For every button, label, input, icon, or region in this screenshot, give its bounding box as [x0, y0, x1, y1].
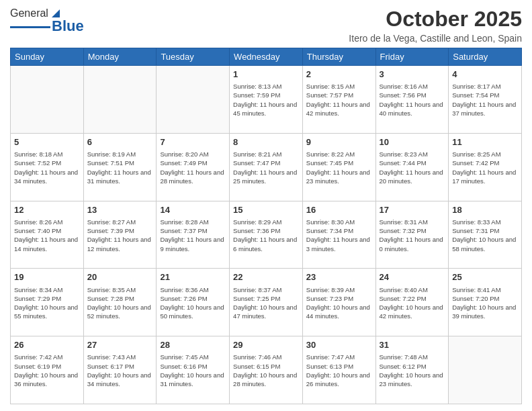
day-cell: 12Sunrise: 8:26 AMSunset: 7:40 PMDayligh… — [11, 201, 84, 269]
day-number: 7 — [160, 136, 226, 148]
day-number: 16 — [306, 204, 372, 216]
day-cell: 18Sunrise: 8:33 AMSunset: 7:31 PMDayligh… — [449, 201, 522, 269]
day-header-friday: Friday — [375, 48, 449, 66]
day-cell: 7Sunrise: 8:20 AMSunset: 7:49 PMDaylight… — [157, 133, 230, 201]
day-cell: 29Sunrise: 7:46 AMSunset: 6:15 PMDayligh… — [230, 336, 303, 404]
day-info: Sunrise: 8:39 AMSunset: 7:23 PMDaylight:… — [306, 285, 372, 321]
day-info: Sunrise: 8:23 AMSunset: 7:44 PMDaylight:… — [380, 150, 445, 185]
day-number: 27 — [87, 339, 153, 351]
day-info: Sunrise: 8:30 AMSunset: 7:34 PMDaylight:… — [306, 218, 372, 253]
day-info: Sunrise: 8:29 AMSunset: 7:36 PMDaylight:… — [233, 218, 299, 253]
day-info: Sunrise: 7:46 AMSunset: 6:15 PMDaylight:… — [233, 353, 299, 388]
day-header-sunday: Sunday — [11, 48, 84, 66]
week-row-3: 19Sunrise: 8:34 AMSunset: 7:29 PMDayligh… — [11, 269, 522, 336]
day-number: 4 — [452, 68, 518, 81]
day-info: Sunrise: 8:33 AMSunset: 7:31 PMDaylight:… — [452, 218, 518, 253]
day-cell: 13Sunrise: 8:27 AMSunset: 7:39 PMDayligh… — [83, 201, 157, 269]
day-number: 13 — [87, 204, 153, 216]
day-info: Sunrise: 8:28 AMSunset: 7:37 PMDaylight:… — [160, 218, 226, 253]
logo: General Blue — [10, 7, 84, 35]
day-cell: 27Sunrise: 7:43 AMSunset: 6:17 PMDayligh… — [83, 336, 157, 404]
day-number: 11 — [452, 136, 518, 148]
day-number: 28 — [160, 339, 226, 351]
day-cell: 30Sunrise: 7:47 AMSunset: 6:13 PMDayligh… — [302, 336, 375, 404]
day-number: 6 — [87, 136, 153, 148]
day-cell: 10Sunrise: 8:23 AMSunset: 7:44 PMDayligh… — [375, 133, 449, 201]
day-header-thursday: Thursday — [302, 48, 375, 66]
logo-blue-text: Blue — [52, 17, 84, 35]
day-info: Sunrise: 8:27 AMSunset: 7:39 PMDaylight:… — [87, 218, 153, 253]
day-number: 15 — [233, 204, 299, 216]
day-cell: 20Sunrise: 8:35 AMSunset: 7:28 PMDayligh… — [83, 269, 157, 336]
day-cell: 6Sunrise: 8:19 AMSunset: 7:51 PMDaylight… — [83, 133, 157, 201]
day-cell: 26Sunrise: 7:42 AMSunset: 6:19 PMDayligh… — [11, 336, 84, 404]
day-info: Sunrise: 8:25 AMSunset: 7:42 PMDaylight:… — [452, 150, 518, 185]
day-info: Sunrise: 8:13 AMSunset: 7:59 PMDaylight:… — [233, 82, 299, 118]
day-cell: 2Sunrise: 8:15 AMSunset: 7:57 PMDaylight… — [302, 66, 375, 134]
day-info: Sunrise: 7:43 AMSunset: 6:17 PMDaylight:… — [87, 353, 153, 388]
day-cell: 31Sunrise: 7:48 AMSunset: 6:12 PMDayligh… — [375, 336, 449, 404]
day-cell: 21Sunrise: 8:36 AMSunset: 7:26 PMDayligh… — [157, 269, 230, 336]
day-number: 31 — [380, 339, 445, 351]
day-info: Sunrise: 8:36 AMSunset: 7:26 PMDaylight:… — [160, 285, 226, 321]
day-number: 25 — [452, 271, 518, 283]
day-cell: 8Sunrise: 8:21 AMSunset: 7:47 PMDaylight… — [230, 133, 303, 201]
day-cell: 23Sunrise: 8:39 AMSunset: 7:23 PMDayligh… — [302, 269, 375, 336]
day-cell: 9Sunrise: 8:22 AMSunset: 7:45 PMDaylight… — [302, 133, 375, 201]
day-cell: 22Sunrise: 8:37 AMSunset: 7:25 PMDayligh… — [230, 269, 303, 336]
day-number: 24 — [380, 271, 445, 283]
day-number: 8 — [233, 136, 299, 148]
day-cell: 4Sunrise: 8:17 AMSunset: 7:54 PMDaylight… — [449, 66, 522, 134]
week-row-2: 12Sunrise: 8:26 AMSunset: 7:40 PMDayligh… — [11, 201, 522, 269]
location-title: Itero de la Vega, Castille and Leon, Spa… — [349, 33, 522, 44]
day-number: 19 — [14, 271, 80, 283]
day-number: 12 — [14, 204, 80, 216]
day-cell: 15Sunrise: 8:29 AMSunset: 7:36 PMDayligh… — [230, 201, 303, 269]
day-info: Sunrise: 8:40 AMSunset: 7:22 PMDaylight:… — [380, 285, 445, 321]
day-info: Sunrise: 7:42 AMSunset: 6:19 PMDaylight:… — [14, 353, 80, 388]
page: General Blue October 2025 Itero de la Ve… — [0, 0, 532, 411]
title-block: October 2025 Itero de la Vega, Castille … — [349, 7, 522, 44]
day-number: 3 — [380, 68, 445, 81]
day-number: 14 — [160, 204, 226, 216]
day-info: Sunrise: 8:35 AMSunset: 7:28 PMDaylight:… — [87, 285, 153, 321]
day-cell: 1Sunrise: 8:13 AMSunset: 7:59 PMDaylight… — [230, 66, 303, 134]
day-info: Sunrise: 8:21 AMSunset: 7:47 PMDaylight:… — [233, 150, 299, 185]
day-header-saturday: Saturday — [449, 48, 522, 66]
day-info: Sunrise: 8:16 AMSunset: 7:56 PMDaylight:… — [380, 82, 445, 118]
day-cell — [449, 336, 522, 404]
day-info: Sunrise: 7:48 AMSunset: 6:12 PMDaylight:… — [380, 353, 445, 388]
day-info: Sunrise: 8:41 AMSunset: 7:20 PMDaylight:… — [452, 285, 518, 321]
day-number: 23 — [306, 271, 372, 283]
day-info: Sunrise: 8:37 AMSunset: 7:25 PMDaylight:… — [233, 285, 299, 321]
day-cell — [83, 66, 157, 134]
week-row-4: 26Sunrise: 7:42 AMSunset: 6:19 PMDayligh… — [11, 336, 522, 404]
day-info: Sunrise: 8:17 AMSunset: 7:54 PMDaylight:… — [452, 82, 518, 118]
day-info: Sunrise: 7:47 AMSunset: 6:13 PMDaylight:… — [306, 353, 372, 388]
day-info: Sunrise: 8:22 AMSunset: 7:45 PMDaylight:… — [306, 150, 372, 185]
day-cell: 25Sunrise: 8:41 AMSunset: 7:20 PMDayligh… — [449, 269, 522, 336]
day-cell: 24Sunrise: 8:40 AMSunset: 7:22 PMDayligh… — [375, 269, 449, 336]
day-cell — [11, 66, 84, 134]
day-number: 10 — [380, 136, 445, 148]
logo-underline — [10, 26, 50, 28]
day-cell: 19Sunrise: 8:34 AMSunset: 7:29 PMDayligh… — [11, 269, 84, 336]
svg-marker-0 — [52, 9, 60, 17]
day-info: Sunrise: 7:45 AMSunset: 6:16 PMDaylight:… — [160, 353, 226, 388]
day-header-tuesday: Tuesday — [157, 48, 230, 66]
header-row: SundayMondayTuesdayWednesdayThursdayFrid… — [11, 48, 522, 66]
day-number: 26 — [14, 339, 80, 351]
day-number: 22 — [233, 271, 299, 283]
month-title: October 2025 — [349, 7, 522, 32]
day-number: 30 — [306, 339, 372, 351]
day-cell — [157, 66, 230, 134]
day-header-monday: Monday — [83, 48, 157, 66]
week-row-0: 1Sunrise: 8:13 AMSunset: 7:59 PMDaylight… — [11, 66, 522, 134]
day-info: Sunrise: 8:26 AMSunset: 7:40 PMDaylight:… — [14, 218, 80, 253]
day-cell: 3Sunrise: 8:16 AMSunset: 7:56 PMDaylight… — [375, 66, 449, 134]
day-info: Sunrise: 8:34 AMSunset: 7:29 PMDaylight:… — [14, 285, 80, 321]
day-number: 29 — [233, 339, 299, 351]
day-number: 2 — [306, 68, 372, 81]
day-info: Sunrise: 8:19 AMSunset: 7:51 PMDaylight:… — [87, 150, 153, 185]
day-cell: 11Sunrise: 8:25 AMSunset: 7:42 PMDayligh… — [449, 133, 522, 201]
